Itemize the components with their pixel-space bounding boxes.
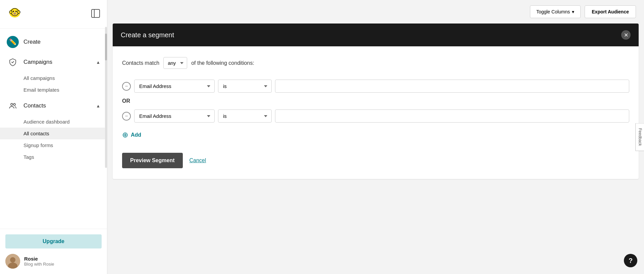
campaigns-icon <box>7 56 19 68</box>
preview-segment-button[interactable]: Preview Segment <box>122 153 183 168</box>
sidebar-subitem-signup-forms[interactable]: Signup forms <box>0 139 107 151</box>
value-input-1[interactable] <box>275 80 629 93</box>
field-select-2[interactable]: Email Address First Name Last Name <box>134 109 215 123</box>
sidebar-subitem-all-contacts[interactable]: All contacts <box>0 128 107 139</box>
sidebar-item-campaigns[interactable]: Campaigns ▲ <box>0 52 107 72</box>
match-select[interactable]: any all <box>163 57 187 69</box>
svg-point-8 <box>17 11 20 13</box>
segment-body: Contacts match any all of the following … <box>113 46 639 179</box>
svg-point-7 <box>9 11 12 13</box>
user-name: Rosie <box>24 256 54 262</box>
add-condition-link[interactable]: Add <box>131 132 141 138</box>
sidebar-subitem-all-campaigns[interactable]: All campaigns <box>0 72 107 84</box>
export-audience-button[interactable]: Export Audience <box>585 5 636 18</box>
toggle-columns-label: Toggle Columns <box>536 9 570 14</box>
condition-row-1: − Email Address First Name Last Name is … <box>122 80 629 93</box>
sidebar-top <box>0 0 107 29</box>
operator-select-1[interactable]: is is not contains <box>218 80 272 93</box>
action-row: Preview Segment Cancel <box>122 150 629 168</box>
campaigns-chevron-icon: ▲ <box>96 60 100 65</box>
avatar <box>5 254 20 269</box>
feedback-tab[interactable]: Feedback <box>636 123 644 151</box>
user-section: Rosie Blog with Rosie <box>5 254 102 269</box>
match-row: Contacts match any all of the following … <box>122 57 629 69</box>
user-blog: Blog with Rosie <box>24 262 54 267</box>
sidebar-toggle-icon[interactable] <box>91 9 100 19</box>
remove-condition-2-button[interactable]: − <box>122 112 131 121</box>
sidebar-scrollbar-thumb <box>105 34 107 60</box>
user-info: Rosie Blog with Rosie <box>24 256 54 267</box>
segment-card: Create a segment ✕ Contacts match any al… <box>113 24 639 179</box>
sidebar-subitem-tags[interactable]: Tags <box>0 151 107 163</box>
operator-select-2[interactable]: is is not contains <box>218 109 272 123</box>
sidebar-item-create[interactable]: ✏️ Create <box>0 32 107 52</box>
segment-title: Create a segment <box>121 31 174 39</box>
or-label: OR <box>122 98 629 104</box>
sidebar-scrollbar[interactable] <box>105 27 107 168</box>
contacts-match-prefix: Contacts match <box>122 60 159 66</box>
top-bar: Toggle Columns ▾ Export Audience <box>107 0 644 24</box>
add-row: ⊕ Add <box>122 131 629 139</box>
sidebar-item-label-contacts: Contacts <box>23 102 91 109</box>
sidebar-item-label-create: Create <box>23 39 100 45</box>
remove-condition-1-button[interactable]: − <box>122 82 131 91</box>
svg-point-12 <box>13 103 15 105</box>
value-input-2[interactable] <box>275 109 629 123</box>
field-select-1[interactable]: Email Address First Name Last Name <box>134 80 215 93</box>
contacts-chevron-icon: ▲ <box>96 103 100 108</box>
sidebar-subitem-audience-dashboard[interactable]: Audience dashboard <box>0 116 107 128</box>
condition-row-2: − Email Address First Name Last Name is … <box>122 109 629 123</box>
sidebar-subitem-email-templates[interactable]: Email templates <box>0 84 107 96</box>
segment-header: Create a segment ✕ <box>113 24 639 46</box>
sidebar-item-contacts[interactable]: Contacts ▲ <box>0 96 107 116</box>
svg-point-5 <box>15 11 17 12</box>
add-icon: ⊕ <box>122 131 128 139</box>
contacts-match-suffix: of the following conditions: <box>191 60 254 66</box>
svg-rect-9 <box>92 9 100 17</box>
segment-panel: Create a segment ✕ Contacts match any al… <box>107 24 644 274</box>
toggle-columns-chevron-icon: ▾ <box>572 9 574 14</box>
cancel-link[interactable]: Cancel <box>190 157 206 164</box>
main-content: Toggle Columns ▾ Export Audience Create … <box>107 0 644 274</box>
close-button[interactable]: ✕ <box>621 30 631 40</box>
sidebar-navigation: ✏️ Create Campaigns ▲ All campaigns Emai… <box>0 29 107 229</box>
help-button[interactable]: ? <box>624 254 637 267</box>
svg-point-11 <box>11 103 13 105</box>
sidebar-item-label-campaigns: Campaigns <box>23 59 91 65</box>
sidebar: ✏️ Create Campaigns ▲ All campaigns Emai… <box>0 0 107 274</box>
create-icon: ✏️ <box>7 36 19 48</box>
svg-point-14 <box>10 257 15 263</box>
contacts-icon <box>7 100 19 112</box>
toggle-columns-button[interactable]: Toggle Columns ▾ <box>530 5 581 18</box>
mailchimp-logo[interactable] <box>7 5 23 23</box>
svg-point-4 <box>13 11 14 12</box>
sidebar-bottom: Upgrade Rosie Blog with Rosie <box>0 229 107 274</box>
upgrade-button[interactable]: Upgrade <box>5 234 102 248</box>
